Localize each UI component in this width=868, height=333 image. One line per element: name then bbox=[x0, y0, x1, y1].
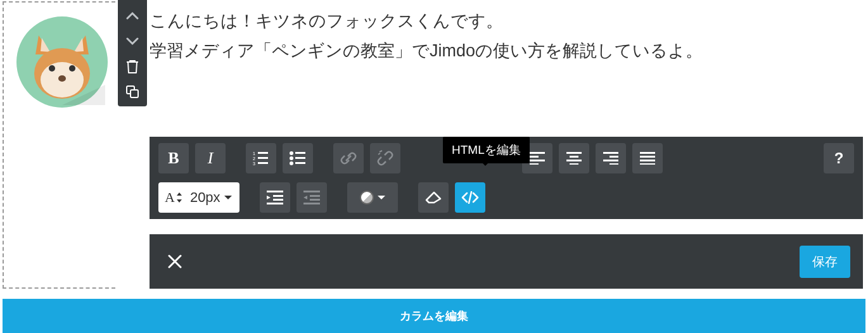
html-edit-button[interactable] bbox=[455, 182, 485, 213]
svg-rect-33 bbox=[603, 160, 618, 161]
svg-rect-13 bbox=[258, 162, 268, 164]
edit-column-label: カラムを編集 bbox=[400, 308, 468, 324]
svg-rect-25 bbox=[530, 160, 545, 161]
column-selection bbox=[3, 1, 115, 289]
caret-down-icon bbox=[378, 196, 385, 203]
duplicate-button[interactable] bbox=[124, 84, 141, 100]
align-justify-button[interactable] bbox=[632, 143, 663, 173]
help-button[interactable]: ? bbox=[824, 143, 854, 173]
edit-column-button[interactable]: カラムを編集 bbox=[3, 299, 865, 333]
svg-rect-34 bbox=[610, 163, 618, 165]
eraser-icon bbox=[425, 191, 442, 204]
align-center-icon bbox=[566, 152, 582, 165]
svg-line-21 bbox=[380, 151, 382, 152]
svg-point-3 bbox=[49, 65, 55, 72]
svg-rect-9 bbox=[258, 152, 268, 154]
ordered-list-button[interactable]: 1 2 3 bbox=[246, 143, 276, 173]
code-icon bbox=[461, 191, 479, 204]
clear-format-button[interactable] bbox=[418, 182, 449, 213]
align-left-icon bbox=[530, 152, 545, 165]
svg-rect-37 bbox=[640, 160, 655, 161]
align-center-button[interactable] bbox=[559, 143, 589, 173]
align-justify-icon bbox=[640, 152, 655, 165]
svg-rect-41 bbox=[273, 199, 283, 201]
indent-button[interactable] bbox=[260, 182, 290, 213]
close-icon bbox=[168, 254, 182, 268]
outdent-button[interactable] bbox=[297, 182, 327, 213]
svg-rect-35 bbox=[640, 152, 655, 154]
svg-rect-29 bbox=[566, 160, 582, 161]
svg-rect-30 bbox=[570, 163, 578, 165]
align-right-icon bbox=[603, 152, 618, 165]
svg-text:1: 1 bbox=[253, 151, 255, 156]
svg-point-5 bbox=[58, 75, 66, 82]
svg-line-22 bbox=[378, 153, 380, 154]
italic-icon: I bbox=[208, 149, 214, 168]
avatar-fox-image bbox=[16, 16, 108, 108]
delete-button[interactable] bbox=[124, 58, 141, 75]
svg-rect-23 bbox=[530, 152, 545, 154]
svg-rect-15 bbox=[295, 152, 305, 154]
text-toolbar: HTMLを編集 B I 1 2 3 bbox=[150, 137, 863, 219]
cancel-button[interactable] bbox=[162, 249, 188, 274]
caret-down-icon bbox=[224, 196, 232, 203]
svg-text:3: 3 bbox=[253, 161, 255, 165]
indent-icon bbox=[267, 191, 283, 204]
help-icon: ? bbox=[834, 149, 844, 167]
duplicate-icon bbox=[125, 85, 139, 99]
svg-rect-39 bbox=[267, 191, 283, 192]
svg-rect-45 bbox=[310, 199, 320, 201]
unordered-list-icon bbox=[290, 151, 306, 165]
color-swatch-icon bbox=[360, 191, 374, 204]
svg-point-18 bbox=[290, 161, 293, 165]
bold-button[interactable]: B bbox=[158, 143, 189, 173]
svg-point-4 bbox=[69, 65, 75, 72]
align-right-button[interactable] bbox=[596, 143, 626, 173]
svg-text:2: 2 bbox=[253, 156, 255, 161]
svg-rect-42 bbox=[267, 203, 283, 204]
html-edit-tooltip: HTMLを編集 bbox=[443, 137, 530, 163]
svg-rect-28 bbox=[570, 156, 578, 158]
trash-icon bbox=[125, 59, 139, 74]
svg-rect-11 bbox=[258, 157, 268, 159]
outdent-icon bbox=[303, 191, 320, 204]
font-size-picker[interactable]: A 20px bbox=[158, 182, 239, 213]
svg-rect-44 bbox=[310, 195, 320, 197]
svg-rect-17 bbox=[295, 157, 305, 159]
svg-point-14 bbox=[290, 151, 293, 155]
move-down-button[interactable] bbox=[124, 33, 141, 49]
link-button[interactable] bbox=[333, 143, 364, 173]
svg-rect-32 bbox=[610, 156, 618, 158]
chevron-down-icon bbox=[126, 37, 139, 46]
chevron-up-icon bbox=[126, 11, 139, 20]
bold-icon: B bbox=[168, 149, 179, 168]
svg-rect-43 bbox=[303, 191, 320, 192]
font-size-icon: A bbox=[165, 189, 182, 206]
text-color-picker[interactable] bbox=[347, 182, 398, 213]
svg-point-16 bbox=[290, 156, 293, 160]
ordered-list-icon: 1 2 3 bbox=[253, 151, 269, 165]
svg-rect-7 bbox=[131, 90, 138, 97]
svg-rect-46 bbox=[303, 203, 320, 204]
svg-rect-36 bbox=[640, 156, 655, 158]
svg-rect-27 bbox=[566, 152, 582, 154]
svg-rect-40 bbox=[273, 195, 283, 197]
svg-rect-26 bbox=[530, 163, 539, 165]
unlink-button[interactable] bbox=[370, 143, 400, 173]
save-button[interactable]: 保存 bbox=[800, 246, 850, 278]
svg-rect-24 bbox=[530, 156, 539, 158]
editor-action-bar: 保存 bbox=[150, 234, 863, 289]
svg-rect-31 bbox=[603, 152, 618, 154]
text-content[interactable]: こんにちは！キツネのフォックスくんです。 学習メディア「ペンギンの教室」でJim… bbox=[150, 6, 863, 133]
svg-rect-19 bbox=[295, 162, 305, 164]
unordered-list-button[interactable] bbox=[283, 143, 313, 173]
link-icon bbox=[340, 150, 357, 166]
unlink-icon bbox=[377, 150, 393, 166]
move-up-button[interactable] bbox=[124, 8, 141, 24]
italic-button[interactable]: I bbox=[195, 143, 226, 173]
svg-rect-38 bbox=[640, 163, 655, 165]
font-size-value: 20px bbox=[190, 189, 220, 206]
element-side-actions bbox=[118, 0, 147, 106]
